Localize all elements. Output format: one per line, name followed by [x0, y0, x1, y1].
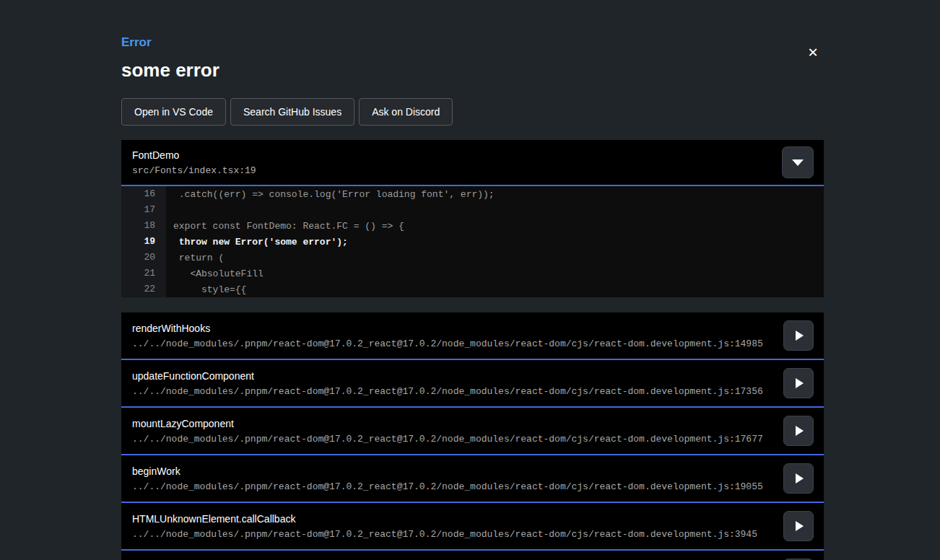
- stack-frame-partial: [121, 551, 824, 560]
- line-number: 22: [121, 281, 166, 297]
- line-number: 20: [121, 250, 166, 266]
- error-kicker: Error: [121, 35, 824, 50]
- line-number: 21: [121, 266, 166, 281]
- code-line: 18 export const FontDemo: React.FC = () …: [121, 218, 824, 234]
- line-code: throw new Error('some error');: [166, 237, 348, 248]
- play-expand-icon: [796, 473, 804, 484]
- stack-frame-function: updateFunctionComponent: [132, 370, 773, 382]
- stack-frame-path: ../../node_modules/.pnpm/react-dom@17.0.…: [132, 529, 773, 540]
- error-overlay: Error some error Open in VS Code Search …: [121, 0, 824, 560]
- stack-frame-path: ../../node_modules/.pnpm/react-dom@17.0.…: [132, 386, 773, 397]
- expand-stack-frame-button[interactable]: [783, 511, 814, 541]
- stack-frame: beginWork ../../node_modules/.pnpm/react…: [121, 455, 824, 503]
- stack-frame: updateFunctionComponent ../../node_modul…: [121, 360, 824, 408]
- expand-stack-frame-button[interactable]: [783, 368, 814, 398]
- expand-stack-frame-button[interactable]: [783, 320, 814, 351]
- stack-frame-path: ../../node_modules/.pnpm/react-dom@17.0.…: [132, 481, 773, 492]
- expand-stack-frame-button[interactable]: [783, 463, 814, 494]
- code-line-highlighted: 19 throw new Error('some error');: [121, 234, 824, 250]
- stack-frame: HTMLUnknownElement.callCallback ../../no…: [121, 503, 824, 551]
- code-frame-function-name: FontDemo: [132, 149, 824, 161]
- stack-frame: renderWithHooks ../../node_modules/.pnpm…: [121, 312, 824, 360]
- stack-frame-function: mountLazyComponent: [132, 418, 773, 429]
- code-frame: FontDemo src/Fonts/index.tsx:19 16 .catc…: [121, 140, 824, 297]
- line-number: 19: [121, 234, 166, 250]
- stack-frame-function: HTMLUnknownElement.callCallback: [132, 513, 773, 525]
- open-in-vscode-button[interactable]: Open in VS Code: [121, 98, 226, 126]
- stack-frame-path: ../../node_modules/.pnpm/react-dom@17.0.…: [132, 434, 773, 445]
- stack-frame-function: renderWithHooks: [132, 323, 773, 334]
- chevron-down-icon: [792, 159, 804, 166]
- line-code: <AbsoluteFill: [166, 268, 264, 279]
- stack-frame: mountLazyComponent ../../node_modules/.p…: [121, 408, 824, 455]
- stack-frame-path: ../../node_modules/.pnpm/react-dom@17.0.…: [132, 338, 773, 349]
- error-message-title: some error: [121, 59, 824, 82]
- code-line: 22 style={{: [121, 281, 824, 297]
- line-number: 16: [121, 186, 166, 202]
- search-github-issues-button[interactable]: Search GitHub Issues: [230, 98, 354, 126]
- code-line: 21 <AbsoluteFill: [121, 266, 824, 281]
- play-expand-icon: [796, 426, 804, 436]
- code-frame-source: 16 .catch((err) => console.log('Error lo…: [121, 186, 824, 297]
- action-buttons-row: Open in VS Code Search GitHub Issues Ask…: [121, 98, 824, 126]
- line-number: 17: [121, 202, 166, 218]
- line-code: return (: [166, 253, 224, 263]
- line-code: .catch((err) => console.log('Error loadi…: [166, 189, 495, 200]
- code-frame-location: src/Fonts/index.tsx:19: [132, 165, 824, 176]
- play-expand-icon: [796, 378, 804, 388]
- stack-frame-function: beginWork: [132, 465, 773, 477]
- ask-on-discord-button[interactable]: Ask on Discord: [359, 98, 453, 126]
- play-expand-icon: [796, 331, 804, 341]
- collapse-code-frame-button[interactable]: [782, 146, 814, 178]
- code-line: 17: [121, 202, 824, 218]
- code-line: 20 return (: [121, 250, 824, 266]
- line-code: export const FontDemo: React.FC = () => …: [166, 221, 404, 232]
- line-number: 18: [121, 218, 166, 234]
- expand-stack-frame-button[interactable]: [783, 416, 814, 446]
- code-frame-header: FontDemo src/Fonts/index.tsx:19: [121, 140, 824, 186]
- stack-trace-list: renderWithHooks ../../node_modules/.pnpm…: [121, 312, 824, 560]
- play-expand-icon: [796, 521, 804, 531]
- line-code: style={{: [166, 284, 246, 295]
- code-line: 16 .catch((err) => console.log('Error lo…: [121, 186, 824, 202]
